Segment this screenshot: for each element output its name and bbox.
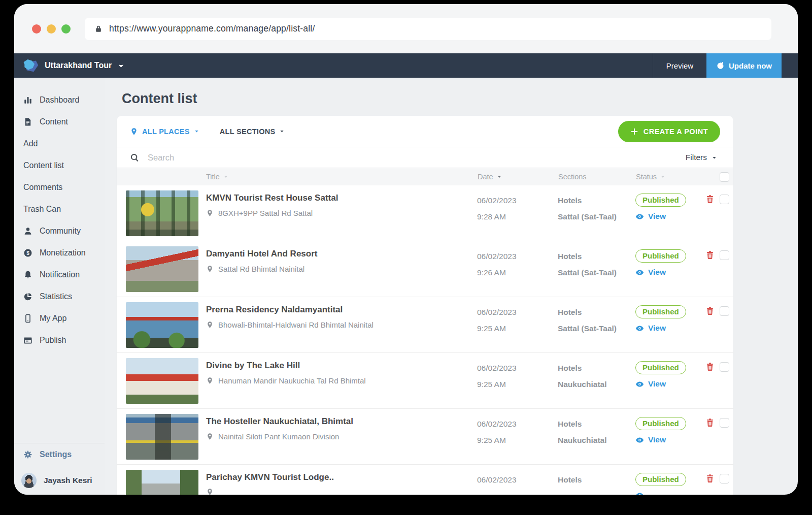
row-date: 06/02/2023 bbox=[477, 250, 558, 263]
row-date: 06/02/2023 bbox=[477, 362, 558, 374]
row-title[interactable]: The Hosteller Naukuchiatal, Bhimtal bbox=[206, 416, 473, 427]
row-section: Hotels bbox=[558, 306, 635, 318]
row-checkbox[interactable] bbox=[720, 474, 729, 484]
eye-icon bbox=[635, 491, 644, 495]
map-pin-icon bbox=[206, 433, 214, 440]
sidebar-item[interactable]: Content list bbox=[14, 154, 105, 176]
app-navbar: Uttarakhand Tour Preview Update now bbox=[14, 53, 798, 78]
sidebar-item-settings[interactable]: Settings bbox=[14, 443, 105, 466]
caret-down-icon bbox=[712, 155, 717, 160]
row-time: 9:25 AM bbox=[477, 378, 558, 391]
search-input[interactable] bbox=[147, 152, 675, 163]
row-address: Hanuman Mandir Naukuchia Tal Rd Bhimtal bbox=[218, 376, 366, 385]
row-thumbnail bbox=[126, 470, 198, 495]
create-a-point-button[interactable]: CREATE A POINT bbox=[618, 121, 720, 142]
map-pin-icon bbox=[206, 321, 214, 329]
update-now-button[interactable]: Update now bbox=[706, 53, 782, 78]
row-subsection: Sattal (Sat-Taal) bbox=[558, 211, 635, 223]
view-link[interactable]: View bbox=[635, 268, 705, 277]
sidebar-item[interactable]: $ Monetization bbox=[14, 242, 105, 264]
sort-by-date[interactable]: Date bbox=[478, 173, 502, 181]
delete-row-button[interactable] bbox=[705, 418, 715, 427]
sidebar-item[interactable]: Comments bbox=[14, 176, 105, 198]
main-content: Content list ALL PLACES ALL SECTIONS CR bbox=[105, 78, 798, 495]
delete-row-button[interactable] bbox=[705, 250, 715, 260]
all-places-label: ALL PLACES bbox=[142, 127, 190, 136]
user-profile[interactable]: Jayash Kesri bbox=[14, 466, 105, 495]
view-link[interactable]: View bbox=[635, 435, 705, 444]
row-checkbox[interactable] bbox=[720, 306, 729, 316]
all-sections-label: ALL SECTIONS bbox=[220, 127, 276, 136]
sidebar-item[interactable]: Notification bbox=[14, 264, 105, 285]
view-link[interactable]: View bbox=[635, 379, 705, 389]
table-row: KMVN Tourist Rest House Sattal 8GXH+9PP … bbox=[117, 185, 733, 241]
update-now-label: Update now bbox=[729, 61, 772, 70]
app-name: Uttarakhand Tour bbox=[45, 61, 112, 70]
status-badge: Published bbox=[635, 305, 686, 318]
sidebar-item[interactable]: Community bbox=[14, 220, 105, 242]
chevron-down-icon bbox=[118, 62, 124, 69]
view-link[interactable] bbox=[635, 491, 705, 495]
sidebar-item[interactable]: Publish bbox=[14, 329, 105, 351]
minimize-window-button[interactable] bbox=[47, 24, 56, 34]
zoom-window-button[interactable] bbox=[61, 24, 71, 34]
map-pin-icon bbox=[206, 209, 214, 217]
sidebar-item[interactable]: Dashboard bbox=[14, 89, 105, 111]
row-checkbox[interactable] bbox=[720, 250, 729, 260]
row-checkbox[interactable] bbox=[720, 362, 729, 372]
row-date: 06/02/2023 bbox=[477, 306, 558, 318]
select-all-checkbox[interactable] bbox=[720, 172, 729, 182]
filters-toggle[interactable]: Filters bbox=[683, 152, 720, 163]
row-title[interactable]: Divine by The Lake Hill bbox=[206, 361, 473, 371]
sidebar: Dashboard Content Add Content list Comme… bbox=[14, 78, 105, 495]
close-window-button[interactable] bbox=[32, 24, 41, 34]
filter-bar: ALL PLACES ALL SECTIONS CREATE A POINT bbox=[117, 116, 733, 147]
lock-icon bbox=[94, 24, 103, 34]
row-subsection: Naukuchiatal bbox=[558, 434, 635, 446]
delete-row-button[interactable] bbox=[705, 474, 715, 483]
row-thumbnail bbox=[126, 414, 198, 460]
map-pin-icon bbox=[206, 377, 214, 384]
delete-row-button[interactable] bbox=[705, 306, 715, 315]
sidebar-item-label: Comments bbox=[23, 183, 62, 192]
sidebar-item[interactable]: Statistics bbox=[14, 285, 105, 307]
delete-row-button[interactable] bbox=[705, 195, 715, 204]
row-time: 9:28 AM bbox=[477, 211, 558, 223]
caret-down-icon bbox=[223, 174, 228, 179]
sidebar-item-label: Publish bbox=[40, 336, 66, 345]
sidebar-item-label: Monetization bbox=[40, 248, 86, 258]
delete-row-button[interactable] bbox=[705, 362, 715, 371]
all-sections-dropdown[interactable]: ALL SECTIONS bbox=[220, 127, 285, 136]
url-bar[interactable]: https://www.yourappname.com/manage/app/l… bbox=[85, 18, 771, 40]
sidebar-item[interactable]: My App bbox=[14, 307, 105, 329]
search-icon bbox=[130, 153, 140, 163]
sort-by-status[interactable]: Status bbox=[636, 173, 665, 181]
sidebar-item-label: Community bbox=[40, 227, 81, 236]
row-title[interactable]: Damyanti Hotel And Resort bbox=[206, 249, 473, 259]
row-date: 06/02/2023 bbox=[477, 474, 558, 486]
sidebar-item-label: My App bbox=[40, 314, 66, 323]
all-places-dropdown[interactable]: ALL PLACES bbox=[130, 127, 199, 136]
app-switcher[interactable]: Uttarakhand Tour bbox=[14, 58, 124, 74]
row-title[interactable]: KMVN Tourist Rest House Sattal bbox=[206, 193, 473, 203]
row-thumbnail bbox=[126, 246, 198, 292]
sort-by-title[interactable]: Title bbox=[206, 173, 228, 181]
row-title[interactable]: Parichay KMVN Tourist Lodge.. bbox=[206, 472, 473, 482]
browser-chrome: https://www.yourappname.com/manage/app/l… bbox=[14, 4, 798, 53]
row-date: 06/02/2023 bbox=[477, 418, 558, 430]
row-checkbox[interactable] bbox=[720, 418, 729, 428]
sidebar-item[interactable]: Content bbox=[14, 111, 105, 133]
dollar-circle-icon: $ bbox=[23, 248, 32, 258]
view-link[interactable]: View bbox=[635, 324, 705, 333]
sidebar-item-label: Trash Can bbox=[23, 205, 61, 214]
row-title[interactable]: Prerna Residency Naldamyantital bbox=[206, 305, 473, 315]
row-subsection: Sattal (Sat-Taal) bbox=[558, 267, 635, 279]
sidebar-item-label: Dashboard bbox=[40, 95, 79, 105]
sidebar-item[interactable]: Add bbox=[14, 133, 105, 154]
smartphone-icon bbox=[23, 314, 32, 323]
sidebar-item[interactable]: Trash Can bbox=[14, 198, 105, 220]
row-date: 06/02/2023 bbox=[477, 195, 558, 207]
row-checkbox[interactable] bbox=[720, 195, 729, 204]
view-link[interactable]: View bbox=[635, 212, 705, 221]
preview-button[interactable]: Preview bbox=[653, 53, 706, 78]
